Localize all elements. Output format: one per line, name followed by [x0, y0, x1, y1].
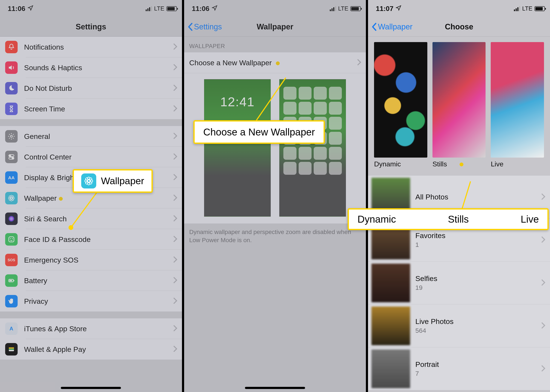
- settings-row-sos[interactable]: SOSEmergency SOS: [0, 250, 182, 270]
- svg-rect-26: [9, 349, 14, 350]
- choose-wallpaper-row[interactable]: Choose a New Wallpaper: [184, 52, 366, 73]
- sounds-icon: [5, 61, 18, 74]
- settings-row-label: Privacy: [24, 297, 173, 306]
- album-count: 7: [415, 370, 545, 377]
- svg-text:AA: AA: [8, 175, 14, 180]
- svg-point-6: [11, 197, 12, 199]
- dynamic-thumb: [374, 42, 427, 158]
- category-live[interactable]: Live: [491, 42, 544, 168]
- live-thumb: [491, 42, 544, 158]
- nav-bar: Wallpaper Choose: [368, 17, 550, 36]
- album-row[interactable]: Selfies19: [368, 261, 550, 304]
- settings-row-notifications[interactable]: Notifications: [0, 37, 182, 57]
- settings-list[interactable]: NotificationsSounds & HapticsDo Not Dist…: [0, 36, 182, 360]
- wallpaper-icon: [5, 192, 18, 204]
- category-dynamic[interactable]: Dynamic: [374, 42, 427, 168]
- back-button[interactable]: Settings: [187, 22, 222, 31]
- battery-icon: [166, 6, 177, 11]
- location-icon: [395, 5, 401, 13]
- back-label: Wallpaper: [378, 22, 413, 31]
- back-button[interactable]: Wallpaper: [371, 22, 413, 31]
- settings-row-siri[interactable]: Siri & Search: [0, 209, 182, 229]
- battery-icon: [5, 274, 18, 287]
- settings-row-screentime[interactable]: Screen Time: [0, 98, 182, 119]
- status-bar: 11:07 LTE: [368, 0, 550, 17]
- album-row[interactable]: Portrait7: [368, 347, 550, 390]
- faceid-icon: [5, 233, 18, 245]
- highlight-dot-icon: [276, 61, 280, 65]
- network-label: LTE: [338, 5, 349, 12]
- svg-rect-16: [9, 237, 14, 242]
- callout-label: Choose a New Wallpaper: [203, 126, 315, 138]
- location-icon: [212, 5, 218, 13]
- chevron-right-icon: [173, 153, 177, 161]
- signal-icon: [146, 6, 152, 11]
- svg-point-15: [9, 216, 14, 222]
- settings-row-label: Sounds & Haptics: [24, 63, 173, 72]
- wallpaper-footnote: Dynamic wallpaper and perspective zoom a…: [184, 224, 366, 249]
- chevron-right-icon: [173, 64, 177, 71]
- status-bar: 11:06 LTE: [0, 0, 182, 17]
- chevron-right-icon: [173, 298, 177, 305]
- settings-row-sounds[interactable]: Sounds & Haptics: [0, 57, 182, 78]
- home-indicator[interactable]: [61, 387, 121, 389]
- nav-bar: Settings Wallpaper: [184, 17, 366, 36]
- svg-point-18: [12, 238, 13, 239]
- settings-row-label: General: [24, 132, 173, 141]
- page-title: Settings: [76, 22, 106, 31]
- section-header: WALLPAPER: [184, 36, 366, 52]
- callout-live: Live: [521, 213, 539, 225]
- settings-row-battery[interactable]: Battery: [0, 270, 182, 291]
- album-count: 564: [415, 327, 545, 334]
- status-time: 11:07: [376, 5, 393, 13]
- wallet-icon: [5, 343, 18, 356]
- album-list[interactable]: All PhotosFavorites1Selfies19Live Photos…: [368, 175, 550, 390]
- settings-row-privacy[interactable]: Privacy: [0, 291, 182, 311]
- settings-row-dnd[interactable]: Do Not Disturb: [0, 78, 182, 98]
- callout-wallpaper: Wallpaper: [73, 169, 153, 193]
- settings-row-wallet[interactable]: Wallet & Apple Pay: [0, 339, 182, 360]
- lock-screen-preview[interactable]: [204, 79, 271, 217]
- highlight-dot-icon: [460, 162, 464, 166]
- settings-row-label: Screen Time: [24, 105, 173, 113]
- chevron-right-icon: [173, 174, 177, 181]
- category-stills[interactable]: Stills: [432, 42, 486, 168]
- settings-row-itunes[interactable]: AiTunes & App Store: [0, 318, 182, 339]
- settings-row-faceid[interactable]: Face ID & Passcode: [0, 229, 182, 250]
- category-label: Stills: [432, 160, 486, 168]
- privacy-icon: [5, 295, 18, 308]
- callout-label: Wallpaper: [101, 175, 144, 187]
- svg-rect-22: [9, 280, 12, 281]
- settings-row-general[interactable]: General: [0, 126, 182, 147]
- album-count: 1: [415, 241, 545, 248]
- display-icon: AA: [5, 171, 18, 184]
- settings-row-control[interactable]: Control Center: [0, 147, 182, 167]
- control-icon: [5, 151, 18, 163]
- album-thumb: [371, 307, 410, 345]
- signal-icon: [330, 6, 336, 11]
- network-label: LTE: [522, 5, 533, 12]
- home-screen-preview[interactable]: [279, 79, 346, 217]
- svg-text:SOS: SOS: [8, 258, 15, 262]
- album-row[interactable]: Live Photos564: [368, 304, 550, 347]
- screen-wallpaper: 11:06 LTE Settings Wallpaper WALLPAPER C…: [182, 0, 366, 392]
- chevron-right-icon: [173, 133, 177, 140]
- chevron-right-icon: [357, 59, 361, 66]
- status-bar: 11:06 LTE: [184, 0, 366, 17]
- home-indicator[interactable]: [245, 387, 305, 389]
- chevron-right-icon: [173, 43, 177, 51]
- network-label: LTE: [154, 5, 164, 12]
- category-label: Live: [491, 160, 544, 168]
- status-time: 11:06: [8, 5, 25, 13]
- chevron-right-icon: [541, 279, 545, 287]
- svg-point-31: [88, 180, 90, 182]
- category-label: Dynamic: [374, 160, 427, 168]
- album-title: All Photos: [415, 193, 545, 201]
- screen-settings: 11:06 LTE Settings NotificationsSounds &…: [0, 0, 182, 392]
- page-title: Choose: [445, 22, 473, 31]
- chevron-right-icon: [173, 84, 177, 92]
- settings-row-label: iTunes & App Store: [24, 325, 173, 333]
- itunes-icon: A: [5, 322, 18, 335]
- settings-row-label: Control Center: [24, 153, 173, 161]
- screentime-icon: [5, 103, 18, 115]
